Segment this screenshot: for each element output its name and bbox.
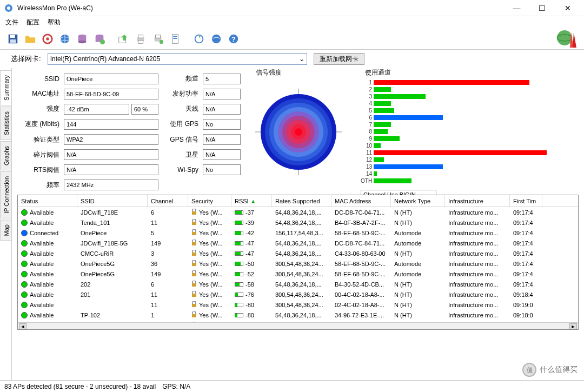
table-column-header[interactable]: Channel bbox=[148, 195, 188, 207]
svg-rect-47 bbox=[192, 253, 196, 256]
table-row[interactable]: AvailableOnePiece5G149Yes (W...-52300,54… bbox=[18, 269, 578, 279]
channel-bar-row: OTH bbox=[361, 177, 574, 184]
table-row[interactable]: AvailableTP-1021Yes (W...-8054,48,36,24,… bbox=[18, 310, 578, 320]
nic-select[interactable]: Intel(R) Centrino(R) Advanced-N 6205 ⌄ bbox=[48, 53, 307, 65]
channel-bar-row: 4 bbox=[361, 100, 574, 107]
settings-icon[interactable] bbox=[168, 31, 183, 46]
table-column-header[interactable]: Security bbox=[188, 195, 231, 207]
mac-cell: 58-EF-68-5D-9C-... bbox=[331, 261, 391, 267]
ssid-cell: OnePiece5G bbox=[77, 271, 148, 277]
table-column-header[interactable]: SSID bbox=[77, 195, 148, 207]
table-row[interactable]: AvailableOnePiece5G36Yes (W...-50300,54,… bbox=[18, 258, 578, 269]
status-cell: Available bbox=[18, 271, 77, 277]
menu-file[interactable]: 文件 bbox=[5, 18, 18, 27]
sort-asc-icon: ▲ bbox=[251, 198, 256, 204]
table-row[interactable]: Available11Yes (W...-80300,54,48,36,24..… bbox=[18, 300, 578, 310]
watermark: 值 什么值得买 bbox=[522, 363, 578, 377]
table-column-header[interactable]: Rates Supported bbox=[272, 195, 331, 207]
lock-icon bbox=[191, 322, 197, 323]
menu-help[interactable]: 帮助 bbox=[48, 18, 61, 27]
export-icon[interactable] bbox=[116, 31, 131, 46]
table-row[interactable]: AvailableCandieddiary2Yes (W...-8554,48,… bbox=[18, 320, 578, 322]
table-row[interactable]: ConnectedOnePiece5Yes (W...-42156,117,54… bbox=[18, 228, 578, 238]
network-icon[interactable] bbox=[209, 31, 224, 46]
security-cell: Yes (W... bbox=[188, 270, 231, 278]
table-column-header[interactable]: First Tim bbox=[510, 195, 542, 207]
db-icon[interactable] bbox=[75, 31, 90, 46]
minimize-button[interactable]: — bbox=[505, 1, 529, 16]
lock-icon bbox=[191, 281, 197, 288]
tab-map[interactable]: Map bbox=[0, 220, 11, 241]
table-header: StatusSSIDChannelSecurityRSSI▲Rates Supp… bbox=[18, 195, 578, 207]
speed-label: 速度 (Mbits) bbox=[17, 119, 61, 129]
printall-icon[interactable] bbox=[150, 31, 165, 46]
table-row[interactable]: AvailableCMCC-uRiR3Yes (W...-4754,48,36,… bbox=[18, 248, 578, 258]
horizontal-scrollbar[interactable]: ◄ ► bbox=[18, 322, 578, 330]
rssi-cell: -85 bbox=[231, 322, 272, 323]
scroll-right-icon[interactable]: ► bbox=[569, 323, 577, 330]
table-row[interactable]: Available20111Yes (W...-76300,54,48,36,2… bbox=[18, 289, 578, 300]
table-body[interactable]: AvailableJDCwifi_718E6Yes (W...-3754,48,… bbox=[18, 207, 578, 322]
status-dot-icon bbox=[21, 240, 28, 247]
status-dot-icon bbox=[21, 302, 28, 308]
tab-ipconnection[interactable]: IP Connection bbox=[0, 171, 11, 218]
auth-label: 验证类型 bbox=[17, 135, 61, 144]
channel-bar-label: 6 bbox=[361, 115, 374, 121]
world-icon[interactable] bbox=[57, 31, 72, 46]
table-column-header[interactable]: RSSI▲ bbox=[231, 195, 272, 207]
rssi-bar-icon bbox=[235, 293, 243, 297]
save-icon[interactable] bbox=[5, 31, 21, 46]
time-cell: 09:17:4 bbox=[510, 271, 542, 277]
close-button[interactable]: ✕ bbox=[555, 1, 580, 16]
help-icon[interactable]: ? bbox=[226, 31, 241, 46]
signal-group: 信号强度 bbox=[247, 72, 350, 191]
svg-rect-24 bbox=[173, 36, 177, 37]
table-column-header[interactable]: Infrastructure bbox=[445, 195, 510, 207]
infra-cell: Infrastructure mo... bbox=[445, 261, 510, 267]
scroll-left-icon[interactable]: ◄ bbox=[19, 323, 26, 330]
tab-statistics[interactable]: Statistics bbox=[0, 107, 11, 140]
channel-bar bbox=[374, 150, 547, 155]
infra-cell: Infrastructure mo... bbox=[445, 271, 510, 277]
ssid-cell: OnePiece5G bbox=[77, 261, 148, 267]
status-dot-icon bbox=[21, 281, 28, 288]
print-icon[interactable] bbox=[133, 31, 148, 46]
rssi-cell: -80 bbox=[231, 302, 272, 308]
channel-cell: 1 bbox=[148, 312, 188, 318]
table-row[interactable]: AvailableJDCwifi_718E-5G149Yes (W...-475… bbox=[18, 238, 578, 248]
db2-icon[interactable] bbox=[92, 31, 107, 46]
channel-cell: 11 bbox=[148, 220, 188, 226]
tab-graphs[interactable]: Graphs bbox=[0, 141, 11, 170]
folder-icon[interactable] bbox=[23, 31, 38, 46]
channel-label: 频道 bbox=[162, 74, 200, 83]
table-row[interactable]: AvailableTenda_10111Yes (W...-3954,48,36… bbox=[18, 217, 578, 228]
maximize-button[interactable]: ☐ bbox=[530, 1, 554, 16]
rssi-bar-icon bbox=[235, 210, 243, 215]
table-column-header[interactable]: Network Type bbox=[391, 195, 445, 207]
svg-rect-51 bbox=[192, 294, 196, 297]
refresh-icon[interactable] bbox=[191, 31, 207, 46]
rssi-bar-icon bbox=[235, 313, 243, 317]
table-row[interactable]: Available2026Yes (W...-5854,48,36,24,18,… bbox=[18, 279, 578, 289]
svg-rect-4 bbox=[10, 39, 16, 42]
target-icon[interactable] bbox=[40, 31, 55, 46]
table-column-header[interactable]: MAC Address bbox=[331, 195, 391, 207]
chevron-down-icon: ⌄ bbox=[299, 55, 304, 63]
menu-config[interactable]: 配置 bbox=[26, 18, 39, 27]
status-dot-icon bbox=[21, 250, 28, 257]
channel-bar bbox=[374, 178, 412, 183]
svg-rect-49 bbox=[192, 273, 196, 276]
table-column-header[interactable]: Status bbox=[18, 195, 77, 207]
ntype-cell: N (HT) bbox=[391, 281, 445, 288]
rssi-cell: -50 bbox=[231, 261, 272, 267]
table-row[interactable]: AvailableJDCwifi_718E6Yes (W...-3754,48,… bbox=[18, 207, 578, 217]
lock-icon bbox=[191, 291, 197, 298]
ssid-label: SSID bbox=[17, 75, 61, 83]
mac-cell: B4-30-52-4D-CB... bbox=[331, 281, 391, 288]
channel-bar-label: 7 bbox=[361, 122, 374, 128]
rates-cell: 156,117,54,48,3... bbox=[272, 230, 331, 236]
reload-button[interactable]: 重新加载网卡 bbox=[314, 53, 364, 65]
rates-cell: 300,54,48,36,24... bbox=[272, 302, 331, 308]
channel-bar-row: 2 bbox=[361, 86, 574, 93]
tab-summary[interactable]: Summary bbox=[0, 70, 11, 105]
